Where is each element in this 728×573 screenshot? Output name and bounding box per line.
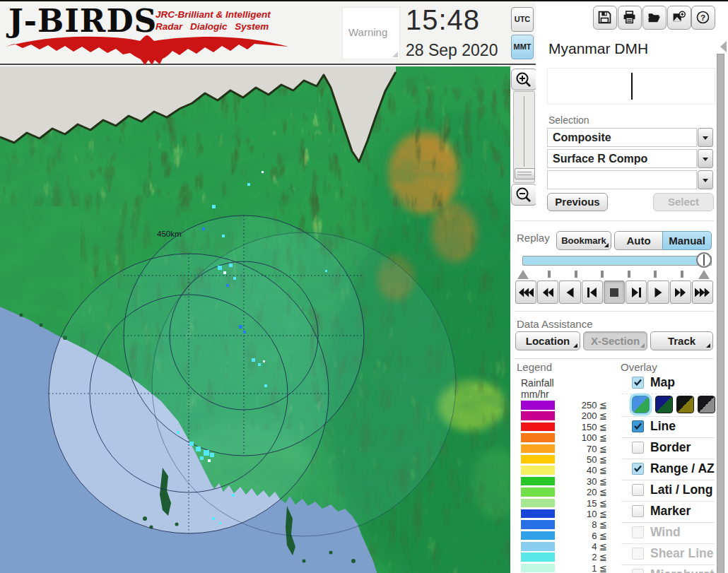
map-style-swatch-1[interactable] [632, 396, 650, 413]
radar-echo [204, 450, 209, 456]
replay-slider-track[interactable] [522, 256, 712, 266]
option-dropdown-field[interactable] [547, 170, 697, 189]
legend-row: 6 ≦ [521, 531, 610, 541]
resize-grip-icon[interactable] [392, 52, 398, 57]
mmt-button[interactable]: MMT [511, 35, 534, 59]
overlay-row: Range / AZ [621, 459, 715, 480]
x-section-button[interactable]: X-Section [583, 331, 647, 350]
zoom-slider-thumb[interactable] [515, 168, 535, 179]
radar-echo [226, 284, 229, 287]
marker-checkbox[interactable] [632, 505, 644, 517]
range-az-checkbox[interactable] [632, 463, 644, 475]
select-button[interactable]: Select [653, 193, 714, 211]
legend-value: 10 ≦ [558, 509, 607, 519]
legend-row: 50 ≦ [521, 454, 610, 465]
play-forward-button[interactable] [647, 280, 669, 304]
legend-value: 1 ≦ [558, 563, 607, 573]
map-checkbox[interactable] [632, 377, 644, 389]
skip-start-button[interactable] [515, 280, 536, 304]
shear-line-checkbox [632, 548, 644, 560]
manual-mode-button[interactable]: Manual [662, 231, 712, 250]
playback-controls [515, 280, 713, 304]
slider-start-marker [517, 270, 529, 279]
step-backward-button[interactable] [582, 280, 603, 304]
corner-expand-icon [640, 343, 645, 348]
map-style-swatch-3[interactable] [676, 396, 694, 413]
radar-echo [218, 266, 222, 270]
track-button[interactable]: Track [650, 331, 713, 350]
option-dropdown-button[interactable] [698, 170, 713, 189]
radar-echo [222, 235, 225, 237]
legend-color-swatch [521, 444, 555, 454]
data-assistance-label: Data Assistance [517, 318, 593, 330]
radar-echo [196, 447, 201, 451]
panel-scrollbar[interactable] [717, 54, 724, 573]
map-zoom-widget [510, 69, 539, 207]
bookmark-button[interactable]: Bookmark [556, 231, 611, 250]
radar-echo [208, 459, 211, 462]
legend-color-swatch [521, 520, 555, 529]
radar-echo [258, 363, 261, 366]
overlay-item-label: Microburst [650, 567, 714, 573]
overlay-item-label: Line [650, 419, 676, 434]
slider-tick [681, 271, 683, 278]
slider-tick [548, 271, 551, 278]
bookmark-button-label: Bookmark [561, 235, 606, 246]
open-folder-icon [647, 11, 661, 24]
map-style-swatch-2[interactable] [655, 396, 673, 413]
logo-tagline-2: Radar Dialogic System [155, 21, 269, 32]
radar-echo [177, 431, 180, 434]
fast-forward-button[interactable] [670, 280, 691, 304]
legend-row: 8 ≦ [521, 519, 610, 530]
radar-echo [219, 522, 221, 524]
auto-mode-button[interactable]: Auto [614, 231, 663, 250]
corner-expand-icon [604, 243, 609, 247]
utc-button[interactable]: UTC [511, 7, 534, 32]
overlay-row: Shear Line [621, 544, 715, 565]
replay-slider-handle[interactable] [696, 252, 712, 268]
step-forward-button[interactable] [626, 280, 647, 304]
capture-button[interactable] [667, 6, 691, 30]
skip-end-button[interactable] [692, 280, 713, 304]
location-button[interactable]: Location [515, 331, 580, 350]
line-checkbox[interactable] [632, 420, 644, 432]
legend-value: 70 ≦ [558, 444, 607, 454]
slider-tick [601, 271, 604, 278]
stop-icon [610, 288, 618, 297]
lati-long-checkbox[interactable] [632, 484, 644, 496]
composite-dropdown-button[interactable] [698, 128, 713, 147]
legend-value: 4 ≦ [558, 541, 607, 552]
legend-color-swatch [521, 509, 555, 519]
legend-value: 2 ≦ [558, 552, 607, 562]
station-display-box[interactable] [547, 68, 715, 105]
open-file-button[interactable] [642, 6, 667, 30]
corner-expand-icon [706, 343, 710, 348]
zoom-in-button[interactable] [511, 69, 537, 90]
corner-expand-icon [573, 343, 577, 348]
legend-color-swatch [521, 542, 555, 551]
border-checkbox[interactable] [632, 442, 644, 454]
save-button[interactable] [593, 6, 617, 30]
location-button-label: Location [526, 335, 570, 347]
help-button[interactable]: ? [691, 6, 715, 30]
slider-tick [628, 271, 630, 278]
fast-rewind-button[interactable] [537, 280, 558, 304]
panel-collapse-arrow-icon[interactable] [720, 41, 727, 52]
radar-map[interactable]: 450km [0, 66, 510, 573]
stop-button[interactable] [604, 280, 625, 304]
composite-dropdown-field[interactable]: Composite [547, 128, 697, 147]
legend-value: 8 ≦ [558, 519, 607, 530]
product-dropdown-field[interactable]: Surface R Compo [547, 149, 697, 168]
print-button[interactable] [618, 6, 642, 30]
print-icon [623, 11, 636, 24]
overlay-item-label: Wind [650, 525, 681, 540]
product-dropdown-button[interactable] [698, 149, 713, 168]
overlay-list: MapLineBorderRange / AZLati / LongMarker… [621, 373, 715, 573]
map-style-swatch-4[interactable] [698, 396, 715, 413]
previous-button[interactable]: Previous [547, 193, 608, 211]
play-backward-button[interactable] [559, 280, 580, 304]
legend-row: 100 ≦ [521, 432, 610, 443]
zoom-slider-track[interactable] [513, 91, 535, 183]
zoom-out-button[interactable] [511, 184, 537, 206]
warning-panel[interactable]: Warning [342, 7, 400, 59]
